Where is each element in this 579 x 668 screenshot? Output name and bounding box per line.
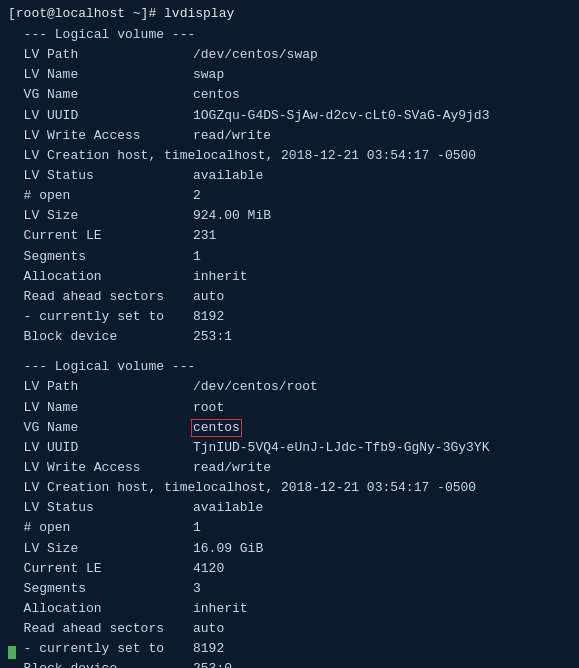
lv-value-1-1: root bbox=[193, 398, 224, 418]
lv-row-0-12: Read ahead sectorsauto bbox=[8, 287, 571, 307]
lv-row-1-12: Read ahead sectorsauto bbox=[8, 619, 571, 639]
lv-row-1-0: LV Path/dev/centos/root bbox=[8, 377, 571, 397]
lv-label-1-7: # open bbox=[8, 518, 193, 538]
prompt-line: [root@localhost ~]# lvdisplay bbox=[8, 6, 571, 21]
lv-value-1-5: localhost, 2018-12-21 03:54:17 -0500 bbox=[195, 478, 476, 498]
lv-label-1-5: LV Creation host, time bbox=[8, 478, 195, 498]
lv-label-1-2: VG Name bbox=[8, 418, 193, 438]
lv-row-0-9: Current LE231 bbox=[8, 226, 571, 246]
lv-value-1-13: 8192 bbox=[193, 639, 224, 659]
lv-row-0-10: Segments1 bbox=[8, 247, 571, 267]
lv-value-0-8: 924.00 MiB bbox=[193, 206, 271, 226]
lv-value-0-4: read/write bbox=[193, 126, 271, 146]
lv-row-1-1: LV Nameroot bbox=[8, 398, 571, 418]
lv-value-0-3: 1OGZqu-G4DS-SjAw-d2cv-cLt0-SVaG-Ay9jd3 bbox=[193, 106, 489, 126]
lv-row-1-11: Allocationinherit bbox=[8, 599, 571, 619]
lv-label-1-12: Read ahead sectors bbox=[8, 619, 193, 639]
lv-label-0-6: LV Status bbox=[8, 166, 193, 186]
lv-label-1-4: LV Write Access bbox=[8, 458, 193, 478]
cursor-line bbox=[8, 645, 16, 660]
lv-label-1-9: Current LE bbox=[8, 559, 193, 579]
lv-label-0-11: Allocation bbox=[8, 267, 193, 287]
lv-row-1-10: Segments3 bbox=[8, 579, 571, 599]
lv-value-1-11: inherit bbox=[193, 599, 248, 619]
lv-value-0-5: localhost, 2018-12-21 03:54:17 -0500 bbox=[195, 146, 476, 166]
lv-row-1-6: LV Statusavailable bbox=[8, 498, 571, 518]
lv-row-0-5: LV Creation host, timelocalhost, 2018-12… bbox=[8, 146, 571, 166]
lv-label-1-3: LV UUID bbox=[8, 438, 193, 458]
lv-row-1-4: LV Write Accessread/write bbox=[8, 458, 571, 478]
lv-label-0-2: VG Name bbox=[8, 85, 193, 105]
lv-label-1-10: Segments bbox=[8, 579, 193, 599]
lv-row-0-8: LV Size924.00 MiB bbox=[8, 206, 571, 226]
lv-value-0-7: 2 bbox=[193, 186, 201, 206]
lv-label-0-3: LV UUID bbox=[8, 106, 193, 126]
lv-value-0-11: inherit bbox=[193, 267, 248, 287]
lv-value-0-13: 8192 bbox=[193, 307, 224, 327]
lv-row-0-0: LV Path/dev/centos/swap bbox=[8, 45, 571, 65]
lv-label-1-0: LV Path bbox=[8, 377, 193, 397]
lv-value-1-8: 16.09 GiB bbox=[193, 539, 263, 559]
highlight-border-1-2 bbox=[191, 419, 242, 437]
lv-row-0-11: Allocationinherit bbox=[8, 267, 571, 287]
lv-value-0-6: available bbox=[193, 166, 263, 186]
lv-label-1-13: - currently set to bbox=[8, 639, 193, 659]
lv-value-1-4: read/write bbox=[193, 458, 271, 478]
lv-row-0-2: VG Namecentos bbox=[8, 85, 571, 105]
lv-value-1-10: 3 bbox=[193, 579, 201, 599]
lv-label-1-14: Block device bbox=[8, 659, 193, 668]
lv-row-0-1: LV Nameswap bbox=[8, 65, 571, 85]
lv-value-0-1: swap bbox=[193, 65, 224, 85]
lv-row-1-5: LV Creation host, timelocalhost, 2018-12… bbox=[8, 478, 571, 498]
lv-label-0-8: LV Size bbox=[8, 206, 193, 226]
lv-value-1-0: /dev/centos/root bbox=[193, 377, 318, 397]
terminal: [root@localhost ~]# lvdisplay --- Logica… bbox=[0, 0, 579, 668]
lv-row-0-13: - currently set to8192 bbox=[8, 307, 571, 327]
lv-row-1-9: Current LE4120 bbox=[8, 559, 571, 579]
lv-value-1-3: TjnIUD-5VQ4-eUnJ-LJdc-Tfb9-GgNy-3Gy3YK bbox=[193, 438, 489, 458]
lv-row-0-6: LV Statusavailable bbox=[8, 166, 571, 186]
lv-row-1-14: Block device253:0 bbox=[8, 659, 571, 668]
lv-value-0-0: /dev/centos/swap bbox=[193, 45, 318, 65]
lv-label-0-9: Current LE bbox=[8, 226, 193, 246]
lv-value-1-6: available bbox=[193, 498, 263, 518]
lv-row-0-14: Block device253:1 bbox=[8, 327, 571, 347]
lv-value-1-2: centos bbox=[193, 418, 240, 438]
sections-container: --- Logical volume --- LV Path/dev/cento… bbox=[8, 25, 571, 668]
lv-row-1-3: LV UUIDTjnIUD-5VQ4-eUnJ-LJdc-Tfb9-GgNy-3… bbox=[8, 438, 571, 458]
section-divider-0: --- Logical volume --- bbox=[8, 25, 571, 45]
lv-row-0-3: LV UUID1OGZqu-G4DS-SjAw-d2cv-cLt0-SVaG-A… bbox=[8, 106, 571, 126]
lv-label-0-4: LV Write Access bbox=[8, 126, 193, 146]
lv-row-1-13: - currently set to8192 bbox=[8, 639, 571, 659]
lv-value-0-9: 231 bbox=[193, 226, 216, 246]
lv-row-1-2: VG Namecentos bbox=[8, 418, 571, 438]
lv-label-1-8: LV Size bbox=[8, 539, 193, 559]
lv-value-1-7: 1 bbox=[193, 518, 201, 538]
lv-label-0-10: Segments bbox=[8, 247, 193, 267]
lv-value-1-12: auto bbox=[193, 619, 224, 639]
lv-label-0-14: Block device bbox=[8, 327, 193, 347]
lv-label-0-13: - currently set to bbox=[8, 307, 193, 327]
lv-label-0-7: # open bbox=[8, 186, 193, 206]
lv-label-1-11: Allocation bbox=[8, 599, 193, 619]
lv-row-1-7: # open1 bbox=[8, 518, 571, 538]
lv-label-0-0: LV Path bbox=[8, 45, 193, 65]
section-divider-1: --- Logical volume --- bbox=[8, 357, 571, 377]
lv-row-0-4: LV Write Accessread/write bbox=[8, 126, 571, 146]
lv-row-0-7: # open2 bbox=[8, 186, 571, 206]
lv-value-0-12: auto bbox=[193, 287, 224, 307]
lv-value-0-10: 1 bbox=[193, 247, 201, 267]
lv-row-1-8: LV Size16.09 GiB bbox=[8, 539, 571, 559]
lv-label-0-12: Read ahead sectors bbox=[8, 287, 193, 307]
cursor bbox=[8, 646, 16, 659]
lv-label-0-5: LV Creation host, time bbox=[8, 146, 195, 166]
lv-label-1-1: LV Name bbox=[8, 398, 193, 418]
lv-value-1-9: 4120 bbox=[193, 559, 224, 579]
lv-label-0-1: LV Name bbox=[8, 65, 193, 85]
lv-value-0-14: 253:1 bbox=[193, 327, 232, 347]
lv-label-1-6: LV Status bbox=[8, 498, 193, 518]
lv-value-1-14: 253:0 bbox=[193, 659, 232, 668]
lv-value-0-2: centos bbox=[193, 85, 240, 105]
